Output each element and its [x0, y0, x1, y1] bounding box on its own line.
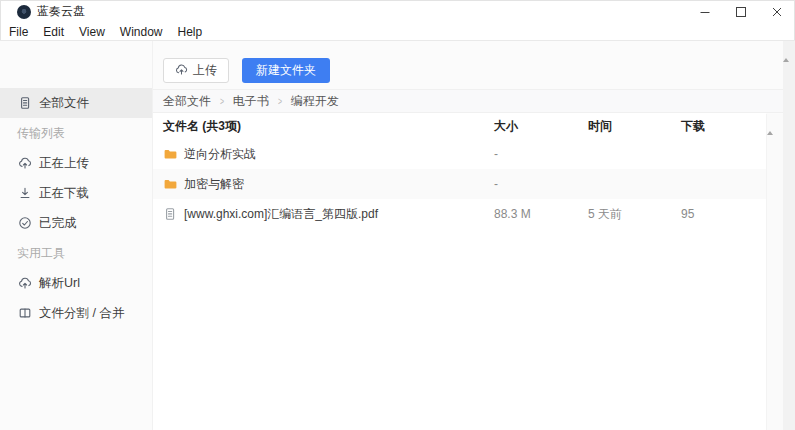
sidebar-item-completed[interactable]: 已完成 [0, 208, 152, 238]
menu-item-view[interactable]: View [77, 25, 107, 39]
menu-item-edit[interactable]: Edit [41, 25, 66, 39]
sidebar-item-uploading[interactable]: 正在上传 [0, 148, 152, 178]
check-circle-icon [17, 216, 32, 231]
close-button[interactable] [759, 0, 795, 23]
sidebar-item-all-files[interactable]: 全部文件 [0, 88, 152, 118]
upload-cloud-icon [175, 63, 188, 79]
cloud-up-icon [17, 276, 32, 291]
file-name: 逆向分析实战 [184, 146, 256, 163]
menubar: FileEditViewWindowHelp [0, 23, 795, 41]
app-logo-icon [17, 5, 31, 19]
split-icon [17, 306, 32, 321]
file-table: 文件名 (共3项) 大小 时间 下载 逆向分析实战-加密与解密-[www.ghx… [153, 113, 766, 430]
breadcrumb-item[interactable]: 电子书 [233, 93, 269, 110]
window-controls [687, 0, 795, 23]
file-icon [163, 207, 177, 221]
menu-item-window[interactable]: Window [118, 25, 165, 39]
upload-button-label: 上传 [193, 62, 217, 79]
files-icon [17, 96, 32, 111]
table-row[interactable]: 加密与解密- [153, 169, 766, 199]
sidebar-item-parse-url[interactable]: 解析Url [0, 268, 152, 298]
app-window: 蓝奏云盘 FileEditViewWindowHelp 全部文件传输列表正在上传… [0, 0, 795, 430]
column-header-downloads[interactable]: 下载 [681, 118, 766, 135]
folder-icon [163, 177, 177, 191]
menu-item-file[interactable]: File [7, 25, 30, 39]
window-scrollbar[interactable] [783, 41, 795, 430]
file-table-body: 逆向分析实战-加密与解密-[www.ghxi.com]汇编语言_第四版.pdf8… [153, 139, 766, 229]
table-row[interactable]: 逆向分析实战- [153, 139, 766, 169]
file-size: - [494, 177, 588, 191]
sidebar-item-label: 已完成 [39, 215, 77, 232]
sidebar-item-label: 文件分割 / 合并 [39, 305, 124, 322]
breadcrumb-item[interactable]: 编程开发 [291, 93, 339, 110]
sidebar-item-label: 全部文件 [39, 95, 89, 112]
app-title: 蓝奏云盘 [37, 3, 85, 20]
scroll-up-icon[interactable] [783, 41, 789, 62]
file-downloads: 95 [681, 207, 766, 221]
column-header-name[interactable]: 文件名 (共3项) [163, 118, 494, 135]
download-icon [17, 186, 32, 201]
breadcrumb-separator: > [278, 96, 282, 107]
minimize-button[interactable] [687, 0, 723, 23]
folder-icon [163, 147, 177, 161]
sidebar-section-label: 实用工具 [0, 238, 152, 268]
breadcrumb: 全部文件>电子书>编程开发 [153, 89, 783, 113]
upload-cloud-icon [17, 156, 32, 171]
sidebar-item-label: 解析Url [39, 275, 80, 292]
column-header-time[interactable]: 时间 [588, 118, 681, 135]
main-panel: 上传 新建文件夹 全部文件>电子书>编程开发 文件名 (共3项) 大小 时间 下… [153, 41, 795, 430]
new-folder-button[interactable]: 新建文件夹 [242, 58, 330, 83]
sidebar: 全部文件传输列表正在上传正在下载已完成实用工具解析Url文件分割 / 合并 [0, 41, 153, 430]
file-name-cell: [www.ghxi.com]汇编语言_第四版.pdf [163, 206, 494, 223]
file-name: 加密与解密 [184, 176, 244, 193]
file-size: 88.3 M [494, 207, 588, 221]
sidebar-item-downloading[interactable]: 正在下载 [0, 178, 152, 208]
maximize-button[interactable] [723, 0, 759, 23]
file-time: 5 天前 [588, 206, 681, 223]
sidebar-section-label: 传输列表 [0, 118, 152, 148]
sidebar-item-split-merge[interactable]: 文件分割 / 合并 [0, 298, 152, 328]
sidebar-item-label: 正在上传 [39, 155, 89, 172]
menu-item-help[interactable]: Help [176, 25, 205, 39]
file-name-cell: 逆向分析实战 [163, 146, 494, 163]
sidebar-item-label: 正在下载 [39, 185, 89, 202]
table-scrollbar[interactable] [766, 114, 783, 430]
file-size: - [494, 147, 588, 161]
column-header-size[interactable]: 大小 [494, 118, 588, 135]
titlebar: 蓝奏云盘 [0, 0, 795, 23]
app-body: 全部文件传输列表正在上传正在下载已完成实用工具解析Url文件分割 / 合并 上传… [0, 41, 795, 430]
table-row[interactable]: [www.ghxi.com]汇编语言_第四版.pdf88.3 M5 天前95 [153, 199, 766, 229]
breadcrumb-separator: > [220, 96, 224, 107]
scroll-up-icon[interactable] [767, 114, 773, 135]
file-name-cell: 加密与解密 [163, 176, 494, 193]
toolbar: 上传 新建文件夹 [153, 41, 795, 89]
upload-button[interactable]: 上传 [163, 58, 229, 83]
file-table-header: 文件名 (共3项) 大小 时间 下载 [153, 113, 766, 139]
file-name: [www.ghxi.com]汇编语言_第四版.pdf [184, 206, 378, 223]
breadcrumb-item[interactable]: 全部文件 [163, 93, 211, 110]
